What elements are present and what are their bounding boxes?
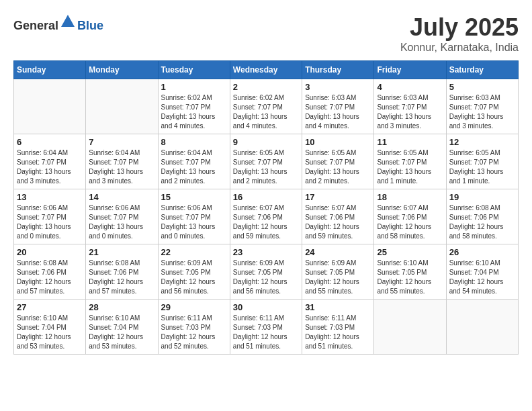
day-info: Sunrise: 6:05 AM Sunset: 7:07 PM Dayligh… — [233, 148, 299, 186]
header-tuesday: Tuesday — [158, 61, 230, 79]
day-number: 19 — [449, 192, 515, 202]
day-info: Sunrise: 6:04 AM Sunset: 7:07 PM Dayligh… — [89, 148, 154, 186]
calendar-cell: 1Sunrise: 6:02 AM Sunset: 7:07 PM Daylig… — [158, 79, 230, 134]
day-number: 11 — [377, 137, 443, 147]
logo-blue-text: Blue — [77, 19, 103, 32]
day-number: 25 — [377, 247, 443, 257]
day-info: Sunrise: 6:08 AM Sunset: 7:06 PM Dayligh… — [17, 259, 83, 296]
calendar-cell: 9Sunrise: 6:05 AM Sunset: 7:07 PM Daylig… — [230, 134, 302, 189]
calendar-cell: 12Sunrise: 6:05 AM Sunset: 7:07 PM Dayli… — [446, 134, 518, 189]
calendar-cell: 8Sunrise: 6:04 AM Sunset: 7:07 PM Daylig… — [158, 134, 230, 189]
header-sunday: Sunday — [14, 61, 86, 79]
day-info: Sunrise: 6:09 AM Sunset: 7:05 PM Dayligh… — [305, 259, 371, 296]
week-row-3: 20Sunrise: 6:08 AM Sunset: 7:06 PM Dayli… — [14, 244, 519, 300]
calendar-cell: 23Sunrise: 6:09 AM Sunset: 7:05 PM Dayli… — [230, 244, 302, 300]
day-number: 8 — [161, 137, 227, 147]
calendar-cell: 15Sunrise: 6:06 AM Sunset: 7:07 PM Dayli… — [158, 189, 230, 244]
day-number: 2 — [233, 82, 299, 92]
location: Konnur, Karnataka, India — [400, 42, 519, 54]
day-info: Sunrise: 6:02 AM Sunset: 7:07 PM Dayligh… — [233, 93, 299, 131]
day-info: Sunrise: 6:04 AM Sunset: 7:07 PM Dayligh… — [161, 148, 227, 186]
day-number: 27 — [17, 302, 83, 312]
calendar-cell: 27Sunrise: 6:10 AM Sunset: 7:04 PM Dayli… — [14, 300, 86, 355]
calendar-cell: 19Sunrise: 6:08 AM Sunset: 7:06 PM Dayli… — [446, 189, 518, 244]
day-info: Sunrise: 6:08 AM Sunset: 7:06 PM Dayligh… — [89, 259, 154, 296]
header-saturday: Saturday — [446, 61, 518, 79]
day-info: Sunrise: 6:10 AM Sunset: 7:04 PM Dayligh… — [449, 259, 515, 296]
calendar-cell: 4Sunrise: 6:03 AM Sunset: 7:07 PM Daylig… — [374, 79, 446, 134]
header-monday: Monday — [86, 61, 158, 79]
calendar-cell: 13Sunrise: 6:06 AM Sunset: 7:07 PM Dayli… — [14, 189, 86, 244]
calendar-cell: 20Sunrise: 6:08 AM Sunset: 7:06 PM Dayli… — [14, 244, 86, 300]
calendar-cell: 21Sunrise: 6:08 AM Sunset: 7:06 PM Dayli… — [86, 244, 158, 300]
calendar-cell: 16Sunrise: 6:07 AM Sunset: 7:06 PM Dayli… — [230, 189, 302, 244]
day-number: 18 — [377, 192, 443, 202]
day-info: Sunrise: 6:10 AM Sunset: 7:05 PM Dayligh… — [377, 259, 443, 296]
calendar-cell — [446, 300, 518, 355]
header-wednesday: Wednesday — [230, 61, 302, 79]
day-info: Sunrise: 6:06 AM Sunset: 7:07 PM Dayligh… — [89, 203, 154, 241]
calendar-cell — [374, 300, 446, 355]
day-number: 1 — [161, 82, 227, 92]
logo: GeneralBlue — [13, 13, 103, 33]
calendar-cell: 11Sunrise: 6:05 AM Sunset: 7:07 PM Dayli… — [374, 134, 446, 189]
calendar-cell — [14, 79, 86, 134]
calendar-cell: 7Sunrise: 6:04 AM Sunset: 7:07 PM Daylig… — [86, 134, 158, 189]
day-number: 29 — [161, 302, 227, 312]
day-number: 13 — [17, 192, 83, 202]
week-row-4: 27Sunrise: 6:10 AM Sunset: 7:04 PM Dayli… — [14, 300, 519, 355]
calendar-cell: 14Sunrise: 6:06 AM Sunset: 7:07 PM Dayli… — [86, 189, 158, 244]
svg-marker-0 — [61, 15, 75, 27]
day-number: 3 — [305, 82, 371, 92]
calendar-cell: 31Sunrise: 6:11 AM Sunset: 7:03 PM Dayli… — [302, 300, 374, 355]
day-number: 15 — [161, 192, 227, 202]
calendar-cell: 2Sunrise: 6:02 AM Sunset: 7:07 PM Daylig… — [230, 79, 302, 134]
calendar-cell: 29Sunrise: 6:11 AM Sunset: 7:03 PM Dayli… — [158, 300, 230, 355]
calendar-cell: 6Sunrise: 6:04 AM Sunset: 7:07 PM Daylig… — [14, 134, 86, 189]
day-number: 17 — [305, 192, 371, 202]
day-number: 30 — [233, 302, 299, 312]
day-info: Sunrise: 6:03 AM Sunset: 7:07 PM Dayligh… — [377, 93, 443, 131]
day-info: Sunrise: 6:05 AM Sunset: 7:07 PM Dayligh… — [305, 148, 371, 186]
calendar-table: SundayMondayTuesdayWednesdayThursdayFrid… — [13, 60, 519, 355]
day-info: Sunrise: 6:10 AM Sunset: 7:04 PM Dayligh… — [17, 314, 83, 351]
day-info: Sunrise: 6:07 AM Sunset: 7:06 PM Dayligh… — [233, 203, 299, 241]
header-row: SundayMondayTuesdayWednesdayThursdayFrid… — [14, 61, 519, 79]
day-number: 6 — [17, 137, 83, 147]
day-info: Sunrise: 6:09 AM Sunset: 7:05 PM Dayligh… — [161, 259, 227, 296]
day-info: Sunrise: 6:07 AM Sunset: 7:06 PM Dayligh… — [305, 203, 371, 241]
day-info: Sunrise: 6:11 AM Sunset: 7:03 PM Dayligh… — [305, 314, 371, 351]
calendar-cell: 24Sunrise: 6:09 AM Sunset: 7:05 PM Dayli… — [302, 244, 374, 300]
week-row-1: 6Sunrise: 6:04 AM Sunset: 7:07 PM Daylig… — [14, 134, 519, 189]
day-number: 5 — [449, 82, 515, 92]
calendar-cell: 26Sunrise: 6:10 AM Sunset: 7:04 PM Dayli… — [446, 244, 518, 300]
day-info: Sunrise: 6:05 AM Sunset: 7:07 PM Dayligh… — [377, 148, 443, 186]
calendar-cell: 5Sunrise: 6:03 AM Sunset: 7:07 PM Daylig… — [446, 79, 518, 134]
day-number: 12 — [449, 137, 515, 147]
day-number: 21 — [89, 247, 154, 257]
calendar-cell: 28Sunrise: 6:10 AM Sunset: 7:04 PM Dayli… — [86, 300, 158, 355]
day-number: 31 — [305, 302, 371, 312]
calendar-cell — [86, 79, 158, 134]
week-row-2: 13Sunrise: 6:06 AM Sunset: 7:07 PM Dayli… — [14, 189, 519, 244]
day-info: Sunrise: 6:06 AM Sunset: 7:07 PM Dayligh… — [161, 203, 227, 241]
day-number: 14 — [89, 192, 154, 202]
day-number: 10 — [305, 137, 371, 147]
day-info: Sunrise: 6:03 AM Sunset: 7:07 PM Dayligh… — [305, 93, 371, 131]
day-info: Sunrise: 6:05 AM Sunset: 7:07 PM Dayligh… — [449, 148, 515, 186]
header-friday: Friday — [374, 61, 446, 79]
day-info: Sunrise: 6:04 AM Sunset: 7:07 PM Dayligh… — [17, 148, 83, 186]
calendar-cell: 25Sunrise: 6:10 AM Sunset: 7:05 PM Dayli… — [374, 244, 446, 300]
day-info: Sunrise: 6:11 AM Sunset: 7:03 PM Dayligh… — [233, 314, 299, 351]
calendar-cell: 30Sunrise: 6:11 AM Sunset: 7:03 PM Dayli… — [230, 300, 302, 355]
calendar-cell: 17Sunrise: 6:07 AM Sunset: 7:06 PM Dayli… — [302, 189, 374, 244]
week-row-0: 1Sunrise: 6:02 AM Sunset: 7:07 PM Daylig… — [14, 79, 519, 134]
calendar-cell: 3Sunrise: 6:03 AM Sunset: 7:07 PM Daylig… — [302, 79, 374, 134]
day-info: Sunrise: 6:02 AM Sunset: 7:07 PM Dayligh… — [161, 93, 227, 131]
day-number: 28 — [89, 302, 154, 312]
day-info: Sunrise: 6:06 AM Sunset: 7:07 PM Dayligh… — [17, 203, 83, 241]
day-number: 26 — [449, 247, 515, 257]
header-thursday: Thursday — [302, 61, 374, 79]
day-info: Sunrise: 6:11 AM Sunset: 7:03 PM Dayligh… — [161, 314, 227, 351]
day-number: 4 — [377, 82, 443, 92]
